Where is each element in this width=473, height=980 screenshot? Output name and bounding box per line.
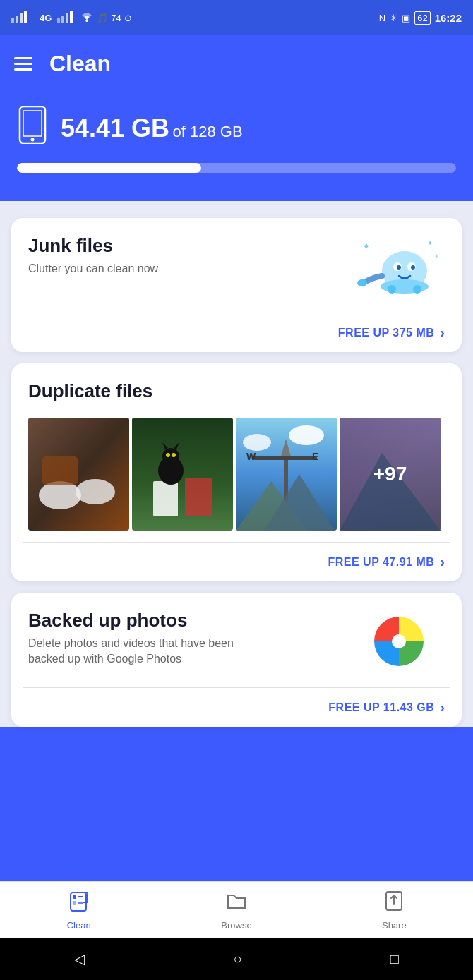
junk-files-action[interactable]: FREE UP 375 MB ›: [11, 313, 462, 352]
svg-text:✦: ✦: [427, 239, 433, 247]
nav-browse[interactable]: Browse: [157, 890, 315, 931]
nav-share[interactable]: Share: [316, 890, 473, 931]
nav-clean[interactable]: Clean: [0, 890, 157, 931]
svg-point-35: [166, 453, 170, 457]
clean-icon: [68, 890, 90, 917]
svg-rect-41: [253, 456, 317, 460]
svg-rect-52: [73, 901, 76, 905]
battery-level: 62: [414, 11, 430, 25]
backed-up-body: Backed up photos Delete photos and video…: [11, 593, 462, 687]
svg-text:✦: ✦: [434, 253, 439, 260]
junk-files-body: Junk files Clutter you can clean now ✦ ✦…: [11, 218, 462, 313]
svg-point-19: [411, 265, 415, 270]
junk-files-title: Junk files: [28, 235, 158, 257]
signal2-icon: [57, 11, 77, 25]
backed-up-photos-card[interactable]: Backed up photos Delete photos and video…: [11, 593, 462, 727]
svg-text:E: E: [312, 451, 318, 462]
wifi-icon: [80, 11, 94, 25]
clean-label: Clean: [67, 920, 91, 931]
status-right: N ✳ ▣ 62 16:22: [379, 11, 462, 25]
svg-rect-30: [185, 478, 212, 516]
dup-image-3: W E: [236, 418, 337, 531]
svg-point-38: [243, 434, 271, 451]
dup-image-1: [28, 418, 129, 531]
backed-up-text: Backed up photos Delete photos and video…: [28, 610, 240, 667]
svg-point-22: [413, 285, 421, 294]
scroll-area[interactable]: 54.41 GB of 128 GB Junk files Clutter yo…: [0, 92, 473, 881]
duplicate-files-body: Duplicate files: [11, 363, 462, 418]
svg-rect-2: [20, 13, 23, 23]
duplicate-files-text: Duplicate files: [28, 380, 152, 406]
junk-files-subtitle: Clutter you can clean now: [28, 261, 158, 277]
status-left: 4G 🎵 74 ⊙: [11, 11, 132, 25]
svg-rect-10: [23, 111, 42, 136]
svg-point-20: [381, 279, 429, 294]
network-type: 4G: [40, 13, 52, 23]
svg-text:W: W: [246, 451, 256, 462]
junk-files-text: Junk files Clutter you can clean now: [28, 235, 158, 277]
time: 16:22: [435, 12, 462, 24]
backed-up-title: Backed up photos: [28, 610, 240, 631]
storage-progress-bg: [17, 163, 456, 173]
svg-point-26: [76, 479, 115, 504]
svg-rect-6: [66, 13, 68, 23]
svg-rect-29: [153, 481, 178, 516]
svg-point-11: [31, 138, 35, 142]
svg-point-49: [392, 634, 406, 648]
phone-icon: [17, 106, 48, 150]
dup-files-action[interactable]: FREE UP 47.91 MB ›: [11, 543, 462, 581]
dup-files-action-text: FREE UP 47.91 MB: [328, 556, 434, 569]
bottom-nav: Clean Browse Share: [0, 881, 473, 938]
browse-icon: [225, 890, 248, 917]
svg-rect-51: [73, 895, 76, 899]
duplicate-images: W E: [28, 418, 445, 531]
vibrate-icon: ▣: [402, 13, 410, 23]
dup-files-chevron-icon: ›: [440, 554, 445, 570]
share-label: Share: [382, 920, 407, 931]
svg-rect-1: [16, 16, 18, 23]
recents-button[interactable]: □: [390, 951, 399, 967]
svg-rect-4: [57, 18, 60, 23]
dup-image-2: [132, 418, 233, 531]
junk-illustration: ✦ ✦ ✦: [353, 235, 445, 298]
svg-point-32: [162, 448, 179, 465]
junk-files-card[interactable]: Junk files Clutter you can clean now ✦ ✦…: [11, 218, 462, 352]
home-button[interactable]: ○: [233, 951, 241, 967]
svg-text:✦: ✦: [362, 241, 371, 252]
more-count: +97: [373, 463, 407, 485]
menu-button[interactable]: [14, 57, 32, 71]
battery-charge-icon: 74: [111, 13, 121, 23]
storage-progress-fill: [17, 163, 201, 173]
storage-info: 54.41 GB of 128 GB: [17, 106, 456, 150]
system-nav: ◁ ○ □: [0, 938, 473, 980]
svg-rect-0: [11, 18, 14, 23]
junk-files-action-text: FREE UP 375 MB: [338, 327, 435, 339]
share-icon: [383, 890, 405, 917]
duplicate-files-card[interactable]: Duplicate files: [11, 363, 462, 581]
backed-up-subtitle: Delete photos and videos that have been …: [28, 636, 240, 667]
backed-up-action[interactable]: FREE UP 11.43 GB ›: [11, 688, 462, 727]
svg-point-39: [289, 425, 324, 445]
backed-up-chevron-icon: ›: [440, 699, 445, 715]
svg-rect-27: [42, 456, 78, 485]
browse-label: Browse: [221, 920, 251, 931]
storage-section: 54.41 GB of 128 GB: [0, 92, 473, 201]
svg-point-8: [86, 19, 88, 21]
junk-files-chevron-icon: ›: [440, 325, 445, 341]
signal-icon: [11, 11, 37, 25]
svg-point-21: [388, 285, 396, 294]
storage-total: of 128 GB: [173, 123, 243, 140]
nfc-icon: N: [379, 13, 385, 23]
svg-point-25: [39, 481, 81, 509]
dup-image-more: +97: [340, 418, 441, 531]
svg-point-36: [172, 453, 176, 457]
backed-up-action-text: FREE UP 11.43 GB: [328, 701, 434, 714]
app-bar: Clean: [0, 35, 473, 92]
storage-used: 54.41 GB: [61, 114, 169, 143]
svg-rect-3: [24, 11, 27, 23]
svg-point-23: [357, 279, 367, 286]
svg-rect-7: [70, 11, 73, 23]
back-button[interactable]: ◁: [74, 950, 85, 967]
google-photos-illustration: [353, 610, 445, 673]
bluetooth-icon: ✳: [390, 13, 397, 23]
